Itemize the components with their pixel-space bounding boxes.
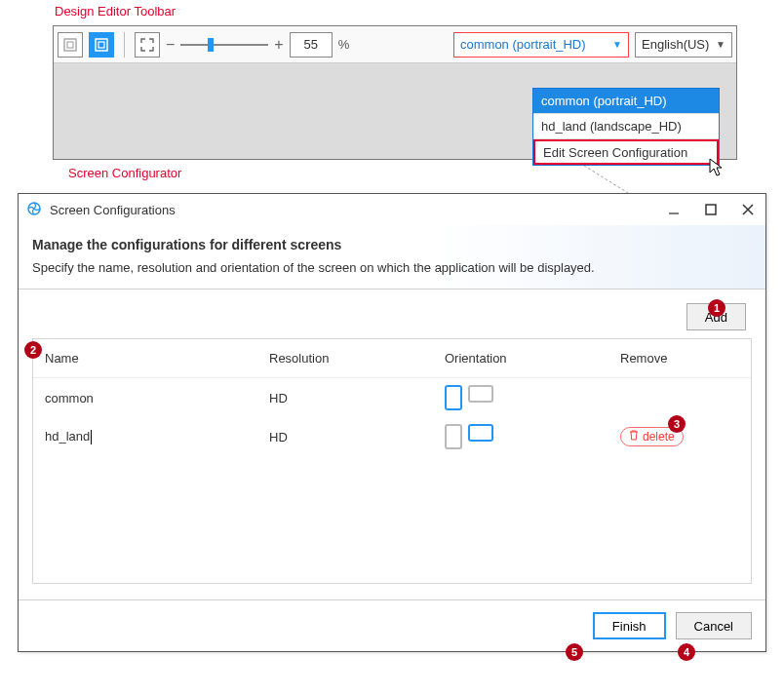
portrait-icon[interactable]	[445, 424, 462, 449]
screen-config-dropdown[interactable]: common (portrait_HD) ▼	[453, 32, 629, 58]
dialog-body: Add Name Resolution Orientation Remove c…	[19, 290, 765, 599]
cell-resolution: HD	[269, 391, 445, 405]
callout-5: 5	[566, 643, 583, 661]
chevron-down-icon: ▼	[716, 39, 725, 50]
layout-mode-2-button[interactable]	[89, 32, 114, 58]
svg-rect-6	[706, 205, 716, 214]
trash-icon	[629, 430, 639, 444]
dropdown-item-hdland[interactable]: hd_land (landscape_HD)	[533, 114, 719, 139]
minimize-button[interactable]	[664, 200, 684, 219]
config-table: Name Resolution Orientation Remove commo…	[32, 338, 752, 584]
dialog-title: Screen Configurations	[50, 203, 176, 217]
table-header: Name Resolution Orientation Remove	[33, 339, 751, 378]
finish-button[interactable]: Finish	[593, 612, 666, 639]
dropdown-selected-text: common (portrait_HD)	[460, 37, 586, 52]
slider-track	[180, 44, 268, 46]
cancel-button[interactable]: Cancel	[676, 612, 752, 639]
svg-rect-3	[98, 42, 104, 48]
col-remove: Remove	[620, 351, 739, 366]
fit-screen-button[interactable]	[135, 32, 160, 58]
col-orientation: Orientation	[445, 351, 620, 366]
slider-thumb[interactable]	[208, 38, 214, 52]
table-row[interactable]: common HD	[33, 378, 751, 417]
col-resolution: Resolution	[269, 351, 445, 366]
toolbar-label: Design Editor Toolbar	[55, 4, 176, 19]
dropdown-selected-text: English(US)	[642, 37, 709, 52]
cell-name-editing[interactable]: hd_land	[45, 429, 269, 444]
layout-mode-1-button[interactable]	[58, 32, 83, 58]
svg-rect-2	[96, 39, 107, 51]
cell-resolution: HD	[269, 430, 445, 444]
dropdown-item-edit-config[interactable]: Edit Screen Configuration	[533, 139, 719, 165]
cell-name: common	[45, 391, 269, 405]
dialog-header: Manage the configurations for different …	[19, 225, 765, 290]
cell-orientation	[445, 424, 620, 449]
screen-configurations-dialog: Screen Configurations Manage the configu…	[18, 193, 766, 652]
app-icon	[26, 201, 42, 219]
callout-3: 3	[668, 415, 686, 433]
text-cursor	[91, 430, 92, 444]
dialog-titlebar: Screen Configurations	[19, 194, 765, 225]
maximize-button[interactable]	[701, 200, 721, 219]
callout-4: 4	[678, 643, 695, 661]
callout-2: 2	[24, 341, 42, 359]
zoom-in-button[interactable]: +	[274, 36, 283, 54]
screen-config-dropdown-menu: common (portrait_HD) hd_land (landscape_…	[532, 88, 720, 166]
dialog-heading: Manage the configurations for different …	[32, 237, 752, 252]
landscape-icon[interactable]	[468, 385, 493, 403]
portrait-icon[interactable]	[445, 385, 462, 410]
configurator-label: Screen Configurator	[68, 166, 181, 180]
dropdown-item-common[interactable]: common (portrait_HD)	[533, 89, 719, 114]
table-row[interactable]: hd_land HD delete	[33, 417, 751, 456]
separator	[124, 32, 125, 58]
zoom-out-button[interactable]: −	[166, 36, 175, 54]
design-editor-toolbar: − + 55 % common (portrait_HD) ▼ English(…	[54, 26, 736, 63]
zoom-percent-label: %	[338, 37, 350, 52]
zoom-input[interactable]: 55	[290, 32, 333, 58]
language-dropdown[interactable]: English(US) ▼	[635, 32, 732, 58]
landscape-icon[interactable]	[468, 424, 493, 442]
cell-orientation	[445, 385, 620, 410]
cursor-icon	[709, 158, 725, 180]
design-editor-panel: − + 55 % common (portrait_HD) ▼ English(…	[53, 25, 737, 160]
dialog-footer: Finish Cancel	[19, 599, 765, 651]
dialog-description: Specify the name, resolution and orienta…	[32, 260, 752, 275]
chevron-down-icon: ▼	[612, 39, 622, 50]
callout-1: 1	[708, 299, 725, 317]
svg-rect-1	[67, 42, 73, 48]
zoom-slider[interactable]	[180, 32, 268, 58]
close-button[interactable]	[738, 200, 758, 219]
svg-rect-0	[64, 39, 76, 51]
col-name: Name	[45, 351, 269, 366]
